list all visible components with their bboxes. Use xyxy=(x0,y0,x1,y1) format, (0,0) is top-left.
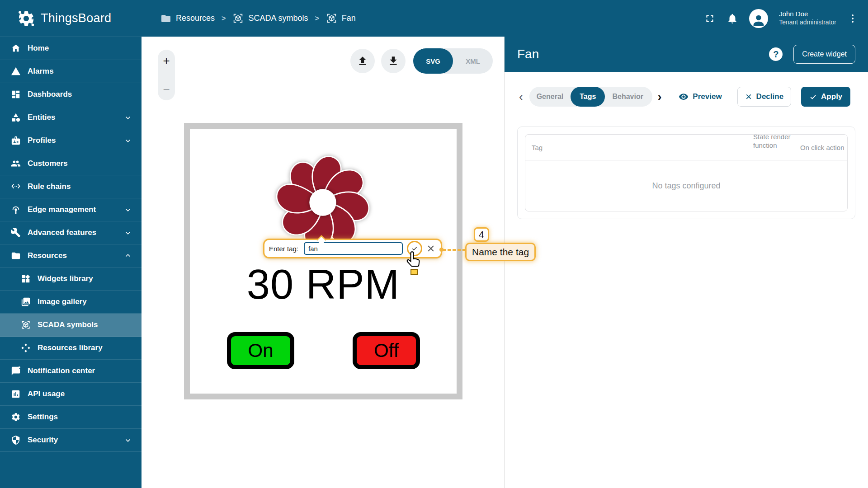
sidebar-item-entities[interactable]: Entities xyxy=(0,106,142,129)
column-header-state-render-function: State render function xyxy=(753,135,800,158)
tab-properties[interactable]: Properties xyxy=(651,87,652,107)
tags-table: Tag State render function On click actio… xyxy=(525,134,848,211)
mouse-pointer-cursor xyxy=(405,251,422,271)
apply-button[interactable]: Apply xyxy=(801,87,850,107)
breadcrumb-separator: > xyxy=(315,14,319,23)
sidebar-item-api-usage[interactable]: API usage xyxy=(0,383,142,406)
tags-card: Tag State render function On click actio… xyxy=(517,127,855,219)
notifications-bell-icon[interactable] xyxy=(726,13,738,24)
scada-symbol-icon xyxy=(232,13,244,24)
tutorial-tooltip: Name the tag xyxy=(465,243,536,261)
tag-name-input[interactable] xyxy=(304,242,403,255)
tutorial-step-badge: 4 xyxy=(474,227,489,242)
chevron-down-icon xyxy=(123,205,132,214)
download-button[interactable] xyxy=(381,49,406,73)
fan-on-button[interactable]: On xyxy=(227,332,294,369)
tags-table-header: Tag State render function On click actio… xyxy=(525,135,847,160)
profiles-badge-icon xyxy=(11,136,21,145)
column-header-on-click-action: On click action xyxy=(800,135,847,160)
sidebar-item-settings[interactable]: Settings xyxy=(0,406,142,429)
chevron-down-icon xyxy=(123,228,132,237)
notification-bubble-icon xyxy=(11,366,21,376)
folder-icon xyxy=(11,251,21,261)
tabs-container: General Tags Behavior Properties xyxy=(529,87,652,107)
sidebar-item-home[interactable]: Home xyxy=(0,37,142,60)
breadcrumb: Resources > SCADA symbols > xyxy=(160,0,356,37)
panel-header: Fan ? Create widget xyxy=(505,37,868,72)
sidebar-item-rule-chains[interactable]: Rule chains xyxy=(0,175,142,198)
sidebar-item-alarms[interactable]: Alarms xyxy=(0,60,142,83)
chevron-down-icon xyxy=(123,436,132,445)
widgets-icon xyxy=(21,274,31,284)
user-avatar[interactable] xyxy=(749,9,768,28)
column-header-tag: Tag xyxy=(525,135,753,160)
fullscreen-icon[interactable] xyxy=(704,13,716,24)
sidebar-nav: Home Alarms Dashboards Entities Profiles… xyxy=(0,37,142,488)
close-icon xyxy=(426,244,435,253)
breadcrumb-scada-symbols[interactable]: SCADA symbols xyxy=(232,13,308,24)
sidebar-item-scada-symbols[interactable]: SCADA symbols xyxy=(0,314,142,337)
tab-tags[interactable]: Tags xyxy=(571,87,605,107)
tabs-scroll-left-icon[interactable]: ‹ xyxy=(517,91,525,103)
folder-icon xyxy=(160,13,171,24)
gear-icon xyxy=(11,412,21,422)
download-icon xyxy=(387,55,399,67)
fan-off-button[interactable]: Off xyxy=(353,332,420,369)
panel-title: Fan xyxy=(517,47,539,61)
tools-wrench-icon xyxy=(11,228,21,238)
cancel-tag-button[interactable] xyxy=(425,243,436,254)
sidebar-item-resources[interactable]: Resources xyxy=(0,244,142,267)
toggle-svg[interactable]: SVG xyxy=(413,48,453,74)
zoom-out-button[interactable]: − xyxy=(160,83,172,96)
sidebar-item-security[interactable]: Security xyxy=(0,429,142,452)
upload-button[interactable] xyxy=(350,49,375,73)
sidebar-item-edge-management[interactable]: Edge management xyxy=(0,198,142,221)
sidebar-item-dashboards[interactable]: Dashboards xyxy=(0,83,142,106)
scada-symbol-icon xyxy=(326,13,337,24)
sidebar-item-profiles[interactable]: Profiles xyxy=(0,129,142,152)
sidebar-item-resources-library[interactable]: Resources library xyxy=(0,337,142,360)
user-name: John Doe xyxy=(779,10,836,19)
kebab-menu-icon[interactable] xyxy=(847,13,858,24)
panel-tabs-row: ‹ General Tags Behavior Properties › Pre… xyxy=(517,87,855,107)
breadcrumb-resources[interactable]: Resources xyxy=(160,13,215,24)
rule-chains-icon xyxy=(11,182,21,192)
empty-table-message: No tags configured xyxy=(525,160,847,211)
checkmark-icon xyxy=(809,93,817,101)
shield-icon xyxy=(11,435,21,445)
preview-button[interactable]: Preview xyxy=(676,91,724,102)
alarm-warning-icon xyxy=(11,66,21,76)
eye-icon xyxy=(679,92,689,102)
thingsboard-logo[interactable]: ThingsBoard xyxy=(17,0,111,37)
chevron-down-icon xyxy=(123,136,132,145)
chevron-up-icon xyxy=(123,251,132,260)
breadcrumb-fan[interactable]: Fan xyxy=(326,13,356,24)
breadcrumb-separator: > xyxy=(222,14,226,23)
scada-symbol-icon xyxy=(21,320,31,330)
image-gallery-icon xyxy=(21,297,31,307)
zoom-in-button[interactable]: + xyxy=(160,54,172,67)
thingsboard-app: ThingsBoard Resources > SCADA symbols xyxy=(0,0,868,488)
customers-people-icon xyxy=(11,159,21,169)
create-widget-button[interactable]: Create widget xyxy=(793,45,855,64)
editor-actions: SVG XML xyxy=(350,48,493,74)
tab-general[interactable]: General xyxy=(529,87,571,107)
sidebar-item-customers[interactable]: Customers xyxy=(0,152,142,175)
home-icon xyxy=(11,43,21,53)
sidebar-item-image-gallery[interactable]: Image gallery xyxy=(0,291,142,314)
top-bar: ThingsBoard Resources > SCADA symbols xyxy=(0,0,868,37)
sidebar-item-notification-center[interactable]: Notification center xyxy=(0,360,142,383)
top-right-actions: John Doe Tenant administrator xyxy=(704,0,858,37)
chart-box-icon xyxy=(11,389,21,399)
sidebar-item-advanced-features[interactable]: Advanced features xyxy=(0,221,142,244)
decline-button[interactable]: Decline xyxy=(737,87,791,107)
tabs-scroll-right-icon[interactable]: › xyxy=(656,91,664,103)
tab-behavior[interactable]: Behavior xyxy=(605,87,650,107)
chevron-down-icon xyxy=(123,113,132,122)
toggle-xml[interactable]: XML xyxy=(453,48,493,74)
tutorial-connector-dashes xyxy=(443,249,466,251)
user-info[interactable]: John Doe Tenant administrator xyxy=(779,10,836,26)
help-icon[interactable]: ? xyxy=(769,47,783,61)
edge-antenna-icon xyxy=(11,205,21,215)
sidebar-item-widgets-library[interactable]: Widgets library xyxy=(0,267,142,291)
